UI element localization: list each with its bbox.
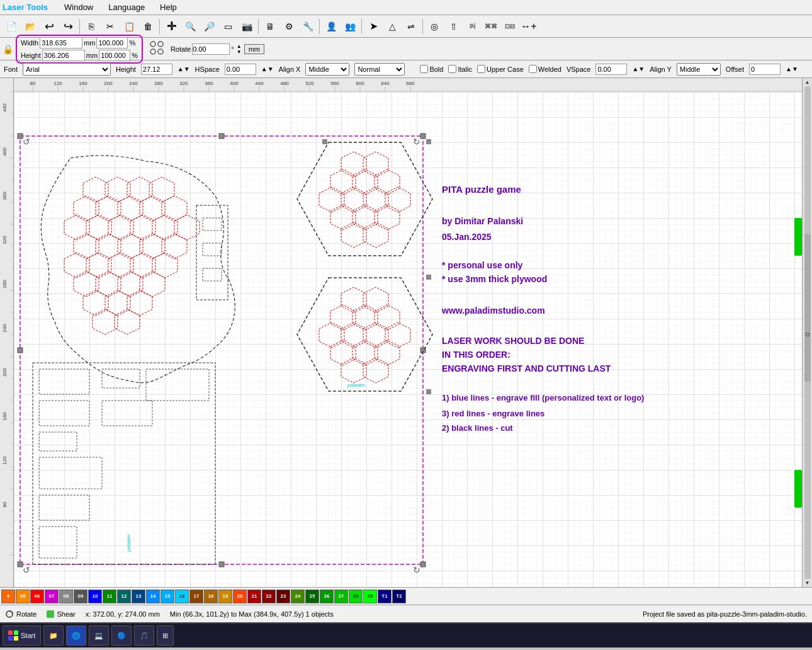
italic-checkbox[interactable] <box>448 65 456 73</box>
array-tool-button[interactable]: ⣿ <box>444 18 462 35</box>
transform-button[interactable]: △ <box>383 18 401 35</box>
work-area[interactable]: ↺ ↻ ↺ ↻ <box>14 92 802 587</box>
honeycomb-pattern-icon[interactable] <box>148 39 166 59</box>
height-pct[interactable] <box>99 50 130 61</box>
send-button[interactable]: ➤ <box>364 18 382 35</box>
hspace-input[interactable] <box>225 64 256 75</box>
aligny-select[interactable]: MiddleTopBottom <box>677 63 721 76</box>
new-button[interactable]: 📄 <box>3 18 20 35</box>
color-swatch-23[interactable]: 23 <box>276 590 290 603</box>
color-swatch-25[interactable]: 25 <box>305 590 319 603</box>
color-swatch-10[interactable]: 10 <box>88 590 102 603</box>
color-swatch-18[interactable]: 18 <box>204 590 218 603</box>
taskbar-start[interactable]: Start <box>3 625 41 646</box>
paste-button[interactable]: 📋 <box>120 18 138 35</box>
bold-checkbox[interactable] <box>420 65 428 73</box>
move-button[interactable]: ✛ <box>162 18 180 35</box>
color-swatch-17[interactable]: 17 <box>189 590 203 603</box>
menu-language[interactable]: Language <box>104 1 149 13</box>
zoom-out-button[interactable]: 🔎 <box>200 18 218 35</box>
scroll-thumb[interactable] <box>804 234 811 382</box>
user-button[interactable]: 👤 <box>322 18 340 35</box>
color-swatch-13[interactable]: 13 <box>132 590 145 603</box>
camera-button[interactable]: 📷 <box>238 18 256 35</box>
color-swatch-14[interactable]: 14 <box>146 590 160 603</box>
copy-button[interactable]: ⎘ <box>82 18 100 35</box>
canvas-area[interactable]: 80 120 160 200 240 280 320 360 400 440 <box>14 78 802 587</box>
color-swatch-20[interactable]: 20 <box>233 590 247 603</box>
settings-button[interactable]: ⚙ <box>280 18 298 35</box>
taskbar-files[interactable]: 📁 <box>43 625 64 646</box>
zoom-in-button[interactable]: 🔍 <box>181 18 199 35</box>
welded-checkbox[interactable] <box>529 65 537 73</box>
delete-button[interactable]: 🗑 <box>139 18 157 35</box>
menu-help[interactable]: Help <box>156 1 181 13</box>
color-swatch-24[interactable]: 24 <box>291 590 305 603</box>
height-stepper[interactable]: ▲▼ <box>178 66 190 72</box>
rotate-status[interactable]: Rotate <box>5 610 37 619</box>
taskbar-browser[interactable]: 🌐 <box>66 625 86 646</box>
redo-button[interactable]: ↪ <box>59 18 77 35</box>
taskbar-terminal[interactable]: 💻 <box>89 625 109 646</box>
taskbar-media[interactable]: 🔵 <box>111 625 132 646</box>
shear-status[interactable]: Shear <box>47 610 75 618</box>
color-swatch-09[interactable]: 09 <box>74 590 87 603</box>
lock-icon[interactable]: 🔒 <box>3 44 13 54</box>
color-swatch-22[interactable]: 22 <box>262 590 276 603</box>
mm-badge[interactable]: mm <box>244 44 264 54</box>
monitor-button[interactable]: 🖥 <box>261 18 279 35</box>
uppercase-check[interactable]: Upper Case <box>477 65 524 73</box>
font-height-input[interactable] <box>141 64 172 75</box>
color-swatch-21[interactable]: 21 <box>247 590 261 603</box>
node-tool[interactable]: ⊡⊟ <box>501 18 519 35</box>
extra-tool[interactable]: ↔+ <box>520 18 538 35</box>
wrench-button[interactable]: 🔧 <box>299 18 317 35</box>
circle-target-button[interactable]: ◎ <box>426 18 443 35</box>
color-swatch-27[interactable]: 27 <box>334 590 348 603</box>
menu-window[interactable]: Window <box>60 1 97 13</box>
color-swatch-11[interactable]: 11 <box>103 590 116 603</box>
rotate-input[interactable] <box>192 43 230 55</box>
font-select[interactable]: Arial <box>23 63 111 76</box>
scroll-down-icon[interactable]: ▼ <box>805 580 810 586</box>
color-swatch-t1[interactable]: T1 <box>378 590 392 603</box>
color-swatch-16[interactable]: 16 <box>175 590 189 603</box>
width-pct[interactable] <box>96 37 128 48</box>
height-input[interactable] <box>42 50 85 61</box>
color-swatch-t2[interactable]: T2 <box>392 590 406 603</box>
bold-check[interactable]: Bold <box>420 65 443 73</box>
welded-check[interactable]: Welded <box>529 65 561 73</box>
cut-button[interactable]: ✂ <box>101 18 119 35</box>
color-swatch-19[interactable]: 19 <box>218 590 232 603</box>
color-swatch-28[interactable]: 28 <box>349 590 363 603</box>
hspace-stepper[interactable]: ▲▼ <box>261 66 274 72</box>
alignx-select[interactable]: MiddleLeftRight <box>305 63 349 76</box>
italic-check[interactable]: Italic <box>448 65 472 73</box>
width-input[interactable] <box>40 37 82 48</box>
color-swatch-05[interactable]: 05 <box>16 590 30 603</box>
undo-button[interactable]: ↩ <box>40 18 58 35</box>
rotate-stepper[interactable]: ▲ ▼ <box>237 43 242 55</box>
color-swatch-4[interactable]: 4 <box>1 590 15 603</box>
open-button[interactable]: 📂 <box>21 18 39 35</box>
taskbar-music[interactable]: 🎵 <box>134 625 154 646</box>
mode-select[interactable]: Normal <box>354 63 405 76</box>
offset-stepper[interactable]: ▲▼ <box>786 66 798 72</box>
color-swatch-07[interactable]: 07 <box>45 590 59 603</box>
offset-input[interactable] <box>749 64 781 75</box>
users-button[interactable]: 👥 <box>341 18 359 35</box>
color-swatch-29[interactable]: 29 <box>363 590 377 603</box>
scroll-up-icon[interactable]: ▲ <box>805 79 810 85</box>
mirror-button[interactable]: ⇌ <box>402 18 420 35</box>
color-swatch-26[interactable]: 26 <box>320 590 334 603</box>
color-swatch-08[interactable]: 08 <box>59 590 73 603</box>
color-swatch-12[interactable]: 12 <box>117 590 131 603</box>
uppercase-checkbox[interactable] <box>477 65 485 73</box>
select-rect-button[interactable]: ▭ <box>219 18 237 35</box>
color-swatch-06[interactable]: 06 <box>30 590 44 603</box>
weld-button[interactable]: ⌘⌘ <box>482 18 500 35</box>
taskbar-app[interactable]: ⊞ <box>157 625 174 646</box>
color-swatch-15[interactable]: 15 <box>161 590 174 603</box>
vspace-stepper[interactable]: ▲▼ <box>632 66 645 72</box>
text-label-button[interactable]: 叫 <box>463 18 481 35</box>
